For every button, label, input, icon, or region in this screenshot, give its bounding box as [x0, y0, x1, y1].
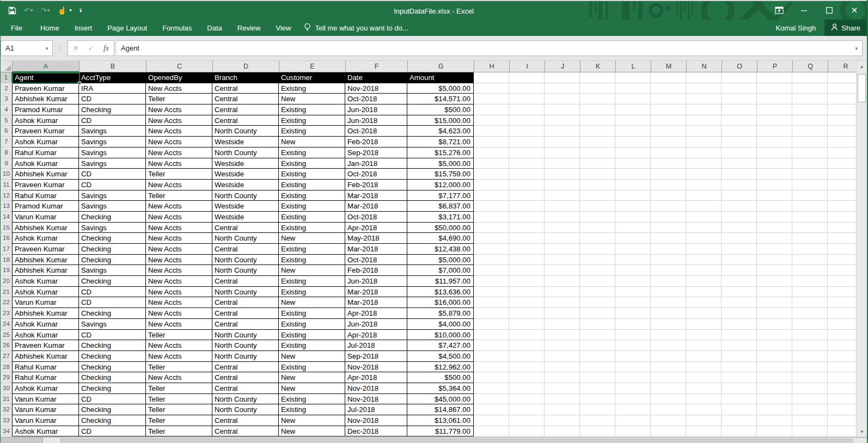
- cell-H9[interactable]: [474, 158, 509, 169]
- cell-D20[interactable]: Central: [212, 276, 279, 287]
- cell-N24[interactable]: [686, 319, 722, 330]
- cell-Q17[interactable]: [792, 244, 828, 255]
- cell-K5[interactable]: [580, 115, 615, 126]
- cell-F24[interactable]: Jun-2018: [345, 319, 407, 330]
- cell-B3[interactable]: CD: [79, 94, 146, 104]
- cell-G8[interactable]: $15,276.00: [407, 147, 474, 158]
- cell-G6[interactable]: $4,623.00: [407, 126, 474, 137]
- cell-O10[interactable]: [722, 169, 757, 180]
- row-header-4[interactable]: 4: [1, 104, 13, 115]
- cell-O13[interactable]: [722, 201, 757, 212]
- cell-F21[interactable]: Mar-2018: [345, 287, 407, 298]
- cell-J24[interactable]: [545, 319, 580, 330]
- cell-A30[interactable]: Ashok Kumar: [12, 383, 79, 394]
- scroll-up-icon[interactable]: ▲: [857, 61, 867, 72]
- cell-M1[interactable]: [651, 72, 686, 83]
- cell-I14[interactable]: [509, 212, 545, 223]
- cell-D10[interactable]: Westside: [212, 169, 279, 180]
- cell-A17[interactable]: Praveen Kumar: [12, 244, 79, 255]
- cell-B13[interactable]: Savings: [79, 201, 146, 212]
- save-icon[interactable]: [8, 7, 16, 15]
- cell-H12[interactable]: [474, 190, 509, 201]
- cell-P33[interactable]: [757, 415, 792, 426]
- column-header-E[interactable]: E: [279, 61, 346, 72]
- cell-B29[interactable]: Checking: [79, 372, 146, 383]
- cell-K8[interactable]: [580, 147, 615, 158]
- cell-I1[interactable]: [509, 72, 545, 83]
- cell-D19[interactable]: North County: [212, 265, 279, 276]
- cell-E21[interactable]: Existing: [279, 287, 345, 298]
- cell-L3[interactable]: [615, 94, 651, 104]
- cell-K31[interactable]: [580, 394, 615, 405]
- cell-C5[interactable]: New Accts: [146, 115, 212, 126]
- cell-N3[interactable]: [686, 94, 722, 104]
- scroll-down-icon[interactable]: ▼: [857, 426, 867, 437]
- cell-C33[interactable]: Teller: [146, 415, 212, 426]
- cell-J21[interactable]: [545, 287, 580, 298]
- cell-M5[interactable]: [651, 115, 686, 126]
- cell-A5[interactable]: Ashok Kumar: [12, 115, 79, 126]
- cell-Q5[interactable]: [792, 115, 828, 126]
- cell-A16[interactable]: Ashok Kumar: [12, 233, 79, 244]
- cell-B30[interactable]: Checking: [79, 383, 146, 394]
- cell-Q27[interactable]: [792, 351, 828, 362]
- cell-N18[interactable]: [686, 255, 722, 266]
- cell-P15[interactable]: [757, 223, 792, 233]
- cell-C29[interactable]: New Accts: [146, 372, 212, 383]
- cell-D22[interactable]: Central: [212, 297, 279, 308]
- cell-N12[interactable]: [686, 190, 722, 201]
- cell-M16[interactable]: [651, 233, 686, 244]
- cell-E5[interactable]: Existing: [279, 115, 345, 126]
- cell-D18[interactable]: North County: [212, 255, 279, 266]
- cell-G29[interactable]: $500.00: [407, 372, 474, 383]
- cell-N15[interactable]: [686, 223, 722, 233]
- cell-G21[interactable]: $13,636.00: [407, 287, 474, 298]
- cell-F32[interactable]: Jul-2018: [345, 404, 407, 415]
- cell-H33[interactable]: [474, 415, 509, 426]
- cell-C8[interactable]: New Accts: [146, 147, 212, 158]
- cell-G24[interactable]: $4,000.00: [407, 319, 474, 330]
- cell-M13[interactable]: [651, 201, 686, 212]
- cell-A21[interactable]: Ashok Kumar: [12, 287, 79, 298]
- cell-Q8[interactable]: [792, 147, 828, 158]
- cell-A8[interactable]: Rahul Kumar: [12, 147, 79, 158]
- cell-H1[interactable]: [474, 72, 509, 83]
- cell-I3[interactable]: [509, 94, 545, 104]
- cell-B19[interactable]: Savings: [79, 265, 146, 276]
- cell-N5[interactable]: [686, 115, 722, 126]
- cell-F2[interactable]: Nov-2018: [345, 83, 407, 94]
- minimize-icon[interactable]: [792, 1, 817, 20]
- cell-A14[interactable]: Varun Kumar: [12, 212, 79, 223]
- cell-L32[interactable]: [615, 404, 651, 415]
- column-header-P[interactable]: P: [757, 61, 793, 72]
- cell-H14[interactable]: [474, 212, 509, 223]
- cell-O17[interactable]: [722, 244, 757, 255]
- cell-J19[interactable]: [545, 265, 580, 276]
- cell-H26[interactable]: [474, 340, 509, 351]
- cell-N4[interactable]: [686, 104, 722, 115]
- cell-N7[interactable]: [686, 137, 722, 147]
- cell-E15[interactable]: Existing: [279, 223, 345, 233]
- cell-O1[interactable]: [722, 72, 757, 83]
- cell-P5[interactable]: [757, 115, 792, 126]
- formula-input[interactable]: Agent ▾: [117, 40, 863, 56]
- cell-O24[interactable]: [722, 319, 757, 330]
- cell-B4[interactable]: Checking: [79, 104, 146, 115]
- cell-N13[interactable]: [686, 201, 722, 212]
- cell-N10[interactable]: [686, 169, 722, 180]
- cell-O21[interactable]: [722, 287, 757, 298]
- cell-D8[interactable]: North County: [212, 147, 279, 158]
- cell-D14[interactable]: Westside: [212, 212, 279, 223]
- cell-A23[interactable]: Abhishek Kumar: [12, 308, 79, 319]
- cell-C4[interactable]: New Accts: [146, 104, 212, 115]
- cell-N32[interactable]: [686, 404, 722, 415]
- cell-O27[interactable]: [722, 351, 757, 362]
- cell-M33[interactable]: [651, 415, 686, 426]
- cell-F27[interactable]: Sep-2018: [345, 351, 407, 362]
- cell-C17[interactable]: New Accts: [146, 244, 212, 255]
- cell-J27[interactable]: [545, 351, 580, 362]
- cell-O11[interactable]: [722, 180, 757, 190]
- column-header-N[interactable]: N: [687, 61, 722, 72]
- cell-P29[interactable]: [757, 372, 792, 383]
- cell-I33[interactable]: [509, 415, 545, 426]
